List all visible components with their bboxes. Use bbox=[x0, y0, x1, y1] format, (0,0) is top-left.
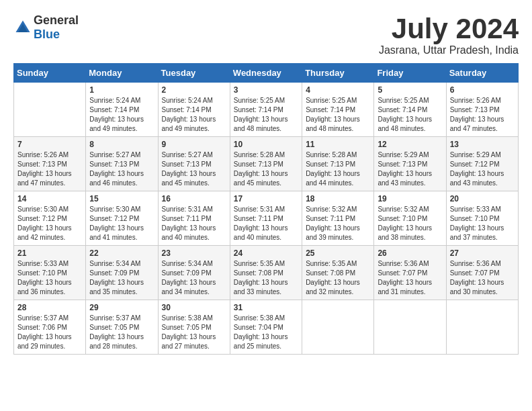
day-number: 7 bbox=[17, 140, 82, 149]
day-cell: 22Sunrise: 5:34 AMSunset: 7:09 PMDayligh… bbox=[86, 246, 158, 300]
day-number: 6 bbox=[450, 85, 515, 95]
day-cell bbox=[14, 83, 86, 137]
day-number: 21 bbox=[17, 248, 82, 258]
day-info: Sunrise: 5:31 AMSunset: 7:11 PMDaylight:… bbox=[162, 205, 226, 242]
day-info: Sunrise: 5:27 AMSunset: 7:13 PMDaylight:… bbox=[89, 150, 154, 188]
week-row-2: 7Sunrise: 5:26 AMSunset: 7:13 PMDaylight… bbox=[14, 137, 519, 191]
day-info: Sunrise: 5:29 AMSunset: 7:13 PMDaylight:… bbox=[378, 150, 442, 188]
day-info: Sunrise: 5:31 AMSunset: 7:11 PMDaylight:… bbox=[234, 205, 298, 242]
day-cell: 11Sunrise: 5:28 AMSunset: 7:13 PMDayligh… bbox=[302, 137, 374, 191]
day-cell: 30Sunrise: 5:38 AMSunset: 7:05 PMDayligh… bbox=[158, 300, 230, 355]
day-info: Sunrise: 5:32 AMSunset: 7:11 PMDaylight:… bbox=[306, 205, 370, 242]
day-cell: 24Sunrise: 5:35 AMSunset: 7:08 PMDayligh… bbox=[230, 246, 302, 300]
day-info: Sunrise: 5:25 AMSunset: 7:14 PMDaylight:… bbox=[378, 96, 442, 134]
day-cell: 2Sunrise: 5:24 AMSunset: 7:14 PMDaylight… bbox=[158, 83, 230, 137]
day-info: Sunrise: 5:26 AMSunset: 7:13 PMDaylight:… bbox=[17, 150, 82, 188]
logo: General Blue bbox=[13, 13, 79, 42]
day-info: Sunrise: 5:33 AMSunset: 7:10 PMDaylight:… bbox=[17, 259, 82, 297]
weekday-header-friday: Friday bbox=[374, 64, 446, 83]
day-info: Sunrise: 5:29 AMSunset: 7:12 PMDaylight:… bbox=[450, 150, 515, 188]
day-number: 9 bbox=[162, 140, 226, 149]
day-number: 10 bbox=[234, 140, 298, 149]
day-number: 20 bbox=[450, 194, 515, 203]
day-info: Sunrise: 5:28 AMSunset: 7:13 PMDaylight:… bbox=[234, 150, 298, 188]
day-cell: 18Sunrise: 5:32 AMSunset: 7:11 PMDayligh… bbox=[302, 191, 374, 246]
day-cell: 29Sunrise: 5:37 AMSunset: 7:05 PMDayligh… bbox=[86, 300, 158, 355]
day-cell: 27Sunrise: 5:36 AMSunset: 7:07 PMDayligh… bbox=[446, 246, 518, 300]
day-cell: 12Sunrise: 5:29 AMSunset: 7:13 PMDayligh… bbox=[374, 137, 446, 191]
day-info: Sunrise: 5:37 AMSunset: 7:05 PMDaylight:… bbox=[89, 314, 154, 351]
day-info: Sunrise: 5:32 AMSunset: 7:10 PMDaylight:… bbox=[378, 205, 442, 242]
day-number: 4 bbox=[306, 85, 370, 95]
day-cell bbox=[302, 300, 374, 355]
day-cell: 14Sunrise: 5:30 AMSunset: 7:12 PMDayligh… bbox=[14, 191, 86, 246]
day-cell: 31Sunrise: 5:38 AMSunset: 7:04 PMDayligh… bbox=[230, 300, 302, 355]
day-number: 19 bbox=[378, 194, 442, 203]
day-cell: 13Sunrise: 5:29 AMSunset: 7:12 PMDayligh… bbox=[446, 137, 518, 191]
day-cell: 21Sunrise: 5:33 AMSunset: 7:10 PMDayligh… bbox=[14, 246, 86, 300]
day-info: Sunrise: 5:37 AMSunset: 7:06 PMDaylight:… bbox=[17, 314, 82, 351]
calendar-table: SundayMondayTuesdayWednesdayThursdayFrid… bbox=[13, 63, 519, 355]
location-subtitle: Jasrana, Uttar Pradesh, India bbox=[379, 44, 519, 56]
day-cell: 25Sunrise: 5:35 AMSunset: 7:08 PMDayligh… bbox=[302, 246, 374, 300]
day-number: 8 bbox=[89, 140, 154, 149]
day-info: Sunrise: 5:34 AMSunset: 7:09 PMDaylight:… bbox=[89, 259, 154, 297]
day-cell: 3Sunrise: 5:25 AMSunset: 7:14 PMDaylight… bbox=[230, 83, 302, 137]
day-number: 17 bbox=[234, 194, 298, 203]
day-info: Sunrise: 5:27 AMSunset: 7:13 PMDaylight:… bbox=[162, 150, 226, 188]
day-number: 13 bbox=[450, 140, 515, 149]
day-number: 27 bbox=[450, 248, 515, 258]
day-number: 18 bbox=[306, 194, 370, 203]
logo-icon bbox=[13, 18, 32, 37]
day-number: 14 bbox=[17, 194, 82, 203]
day-number: 2 bbox=[162, 85, 226, 95]
title-block: July 2024 Jasrana, Uttar Pradesh, India bbox=[379, 13, 519, 56]
day-number: 25 bbox=[306, 248, 370, 258]
day-cell: 7Sunrise: 5:26 AMSunset: 7:13 PMDaylight… bbox=[14, 137, 86, 191]
day-info: Sunrise: 5:33 AMSunset: 7:10 PMDaylight:… bbox=[450, 205, 515, 242]
day-number: 28 bbox=[17, 303, 82, 312]
day-info: Sunrise: 5:28 AMSunset: 7:13 PMDaylight:… bbox=[306, 150, 370, 188]
day-cell: 10Sunrise: 5:28 AMSunset: 7:13 PMDayligh… bbox=[230, 137, 302, 191]
day-info: Sunrise: 5:38 AMSunset: 7:04 PMDaylight:… bbox=[234, 314, 298, 351]
day-cell: 5Sunrise: 5:25 AMSunset: 7:14 PMDaylight… bbox=[374, 83, 446, 137]
day-cell: 8Sunrise: 5:27 AMSunset: 7:13 PMDaylight… bbox=[86, 137, 158, 191]
day-info: Sunrise: 5:35 AMSunset: 7:08 PMDaylight:… bbox=[234, 259, 298, 297]
week-row-3: 14Sunrise: 5:30 AMSunset: 7:12 PMDayligh… bbox=[14, 191, 519, 246]
day-number: 12 bbox=[378, 140, 442, 149]
day-number: 24 bbox=[234, 248, 298, 258]
day-number: 3 bbox=[234, 85, 298, 95]
day-number: 30 bbox=[162, 303, 226, 312]
day-number: 23 bbox=[162, 248, 226, 258]
day-info: Sunrise: 5:30 AMSunset: 7:12 PMDaylight:… bbox=[17, 205, 82, 242]
day-number: 16 bbox=[162, 194, 226, 203]
day-number: 1 bbox=[89, 85, 154, 95]
day-info: Sunrise: 5:30 AMSunset: 7:12 PMDaylight:… bbox=[89, 205, 154, 242]
day-info: Sunrise: 5:25 AMSunset: 7:14 PMDaylight:… bbox=[306, 96, 370, 134]
week-row-4: 21Sunrise: 5:33 AMSunset: 7:10 PMDayligh… bbox=[14, 246, 519, 300]
day-cell: 15Sunrise: 5:30 AMSunset: 7:12 PMDayligh… bbox=[86, 191, 158, 246]
day-info: Sunrise: 5:25 AMSunset: 7:14 PMDaylight:… bbox=[234, 96, 298, 134]
day-number: 22 bbox=[89, 248, 154, 258]
day-cell: 20Sunrise: 5:33 AMSunset: 7:10 PMDayligh… bbox=[446, 191, 518, 246]
day-number: 5 bbox=[378, 85, 442, 95]
weekday-header-row: SundayMondayTuesdayWednesdayThursdayFrid… bbox=[14, 64, 519, 83]
weekday-header-thursday: Thursday bbox=[302, 64, 374, 83]
week-row-5: 28Sunrise: 5:37 AMSunset: 7:06 PMDayligh… bbox=[14, 300, 519, 355]
weekday-header-saturday: Saturday bbox=[446, 64, 518, 83]
day-cell: 9Sunrise: 5:27 AMSunset: 7:13 PMDaylight… bbox=[158, 137, 230, 191]
day-number: 31 bbox=[234, 303, 298, 312]
logo-text: General Blue bbox=[34, 13, 79, 42]
day-number: 26 bbox=[378, 248, 442, 258]
day-info: Sunrise: 5:26 AMSunset: 7:13 PMDaylight:… bbox=[450, 96, 515, 134]
day-cell: 16Sunrise: 5:31 AMSunset: 7:11 PMDayligh… bbox=[158, 191, 230, 246]
weekday-header-tuesday: Tuesday bbox=[158, 64, 230, 83]
day-cell: 1Sunrise: 5:24 AMSunset: 7:14 PMDaylight… bbox=[86, 83, 158, 137]
day-info: Sunrise: 5:24 AMSunset: 7:14 PMDaylight:… bbox=[162, 96, 226, 134]
day-number: 29 bbox=[89, 303, 154, 312]
day-cell: 6Sunrise: 5:26 AMSunset: 7:13 PMDaylight… bbox=[446, 83, 518, 137]
day-cell: 4Sunrise: 5:25 AMSunset: 7:14 PMDaylight… bbox=[302, 83, 374, 137]
day-info: Sunrise: 5:35 AMSunset: 7:08 PMDaylight:… bbox=[306, 259, 370, 297]
day-info: Sunrise: 5:36 AMSunset: 7:07 PMDaylight:… bbox=[378, 259, 442, 297]
day-cell: 26Sunrise: 5:36 AMSunset: 7:07 PMDayligh… bbox=[374, 246, 446, 300]
